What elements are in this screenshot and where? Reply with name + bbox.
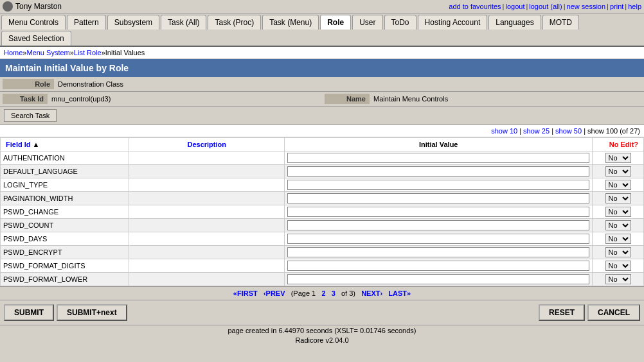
- initial-value-input[interactable]: [287, 247, 589, 257]
- table-row: LOGIN_TYPENoYes: [1, 178, 644, 192]
- tab-todo[interactable]: ToDo: [384, 15, 416, 30]
- no-edit-cell[interactable]: NoYes: [593, 232, 644, 246]
- breadcrumb-list-role[interactable]: List Role: [74, 49, 102, 56]
- role-label: Role: [3, 79, 54, 89]
- no-edit-cell[interactable]: NoYes: [593, 192, 644, 205]
- table-row: PAGINATION_WIDTHNoYes: [1, 192, 644, 205]
- initial-value-input[interactable]: [287, 193, 589, 203]
- description-cell: [129, 259, 285, 273]
- show-10-link[interactable]: show 10: [491, 127, 517, 135]
- tab-motd[interactable]: MOTD: [542, 15, 579, 30]
- show-100-text: show 100: [587, 127, 618, 135]
- submit-next-button[interactable]: SUBMIT+next: [57, 304, 127, 321]
- no-edit-select[interactable]: NoYes: [605, 234, 631, 244]
- tab-pattern[interactable]: Pattern: [67, 15, 106, 30]
- tab-menu-controls[interactable]: Menu Controls: [1, 15, 66, 30]
- no-edit-cell[interactable]: NoYes: [593, 219, 644, 232]
- tab-subsystem[interactable]: Subsystem: [107, 15, 159, 30]
- pagination-top: show 10 | show 25 | show 50 | show 100 (…: [0, 125, 644, 137]
- no-edit-cell[interactable]: NoYes: [593, 246, 644, 259]
- initial-value-input[interactable]: [287, 180, 589, 190]
- initial-value-cell[interactable]: [285, 151, 593, 165]
- field-id-cell: PSWD_CHANGE: [1, 205, 129, 219]
- no-edit-select[interactable]: NoYes: [605, 166, 631, 177]
- tab-user[interactable]: User: [352, 15, 382, 30]
- no-edit-select[interactable]: NoYes: [605, 261, 631, 271]
- initial-value-cell[interactable]: [285, 246, 593, 259]
- submit-button[interactable]: SUBMIT: [4, 304, 54, 321]
- no-edit-select[interactable]: NoYes: [605, 153, 631, 163]
- show-25-link[interactable]: show 25: [523, 127, 550, 135]
- reset-button[interactable]: RESET: [539, 304, 585, 321]
- print-link[interactable]: print: [610, 3, 623, 10]
- initial-value-input[interactable]: [287, 261, 589, 271]
- initial-value-input[interactable]: [287, 220, 589, 230]
- breadcrumb-current: Initial Values: [105, 49, 145, 56]
- tab-hosting-account[interactable]: Hosting Account: [418, 15, 488, 30]
- initial-value-cell[interactable]: [285, 219, 593, 232]
- field-id-sort-link[interactable]: Field Id: [6, 141, 31, 148]
- tab-saved-selection[interactable]: Saved Selection: [1, 31, 71, 46]
- tab-task-proc[interactable]: Task (Proc): [208, 15, 261, 30]
- field-id-cell: DEFAULT_LANGUAGE: [1, 165, 129, 178]
- page-3-link[interactable]: 3: [332, 289, 335, 297]
- next-link[interactable]: NEXT›: [361, 289, 382, 297]
- initial-value-cell[interactable]: [285, 178, 593, 192]
- tab-task-menu[interactable]: Task (Menu): [262, 15, 319, 30]
- initial-value-cell[interactable]: [285, 273, 593, 286]
- initial-value-cell[interactable]: [285, 205, 593, 219]
- new-session-link[interactable]: new session: [567, 3, 606, 10]
- no-edit-cell[interactable]: NoYes: [593, 259, 644, 273]
- initial-value-cell[interactable]: [285, 192, 593, 205]
- prev-link[interactable]: ‹PREV: [264, 289, 285, 297]
- no-edit-cell[interactable]: NoYes: [593, 151, 644, 165]
- no-edit-header: No Edit?: [593, 138, 644, 151]
- field-id-cell: PAGINATION_WIDTH: [1, 192, 129, 205]
- no-edit-cell[interactable]: NoYes: [593, 178, 644, 192]
- initial-value-cell[interactable]: [285, 165, 593, 178]
- initial-value-input[interactable]: [287, 234, 589, 244]
- table-row: PSWD_FORMAT_DIGITSNoYes: [1, 259, 644, 273]
- no-edit-select[interactable]: NoYes: [605, 247, 631, 257]
- logout-link[interactable]: logout: [505, 3, 524, 10]
- initial-value-input[interactable]: [287, 274, 589, 284]
- field-id-cell: PSWD_FORMAT_DIGITS: [1, 259, 129, 273]
- no-edit-select[interactable]: NoYes: [605, 220, 631, 230]
- taskid-value: mnu_control(upd3): [48, 94, 114, 104]
- page-2-link[interactable]: 2: [321, 289, 325, 297]
- sort-icon: ▲: [33, 141, 40, 148]
- initial-value-header: Initial Value: [285, 138, 593, 151]
- no-edit-cell[interactable]: NoYes: [593, 205, 644, 219]
- last-link[interactable]: LAST»: [388, 289, 411, 297]
- tab-languages[interactable]: Languages: [488, 15, 541, 30]
- initial-value-input[interactable]: [287, 207, 589, 217]
- show-50-link[interactable]: show 50: [555, 127, 582, 135]
- field-id-cell: LOGIN_TYPE: [1, 178, 129, 192]
- description-sort-link[interactable]: Description: [187, 141, 226, 148]
- description-cell: [129, 192, 285, 205]
- table-header-row: Field Id ▲ Description Initial Value No …: [1, 138, 644, 151]
- top-bar-right: add to favourites | logout | logout (all…: [449, 3, 641, 10]
- first-link[interactable]: «FIRST: [233, 289, 258, 297]
- tab-task-all[interactable]: Task (All): [161, 15, 206, 30]
- breadcrumb-menu-system[interactable]: Menu System: [26, 49, 69, 56]
- no-edit-select[interactable]: NoYes: [605, 180, 631, 190]
- logout-all-link[interactable]: logout (all): [529, 3, 562, 10]
- help-link[interactable]: help: [628, 3, 641, 10]
- add-to-favourites-link[interactable]: add to favourites: [449, 3, 501, 10]
- top-bar-left: Tony Marston: [3, 1, 62, 12]
- initial-value-cell[interactable]: [285, 232, 593, 246]
- initial-value-input[interactable]: [287, 166, 589, 177]
- no-edit-select[interactable]: NoYes: [605, 193, 631, 203]
- breadcrumb-home[interactable]: Home: [4, 49, 22, 56]
- no-edit-select[interactable]: NoYes: [605, 274, 631, 284]
- initial-value-cell[interactable]: [285, 259, 593, 273]
- field-id-cell: PSWD_ENCRYPT: [1, 246, 129, 259]
- search-task-button[interactable]: Search Task: [4, 109, 57, 122]
- no-edit-cell[interactable]: NoYes: [593, 165, 644, 178]
- initial-value-input[interactable]: [287, 153, 589, 163]
- cancel-button[interactable]: CANCEL: [587, 304, 640, 321]
- no-edit-cell[interactable]: NoYes: [593, 273, 644, 286]
- tab-role[interactable]: Role: [320, 15, 351, 30]
- no-edit-select[interactable]: NoYes: [605, 207, 631, 217]
